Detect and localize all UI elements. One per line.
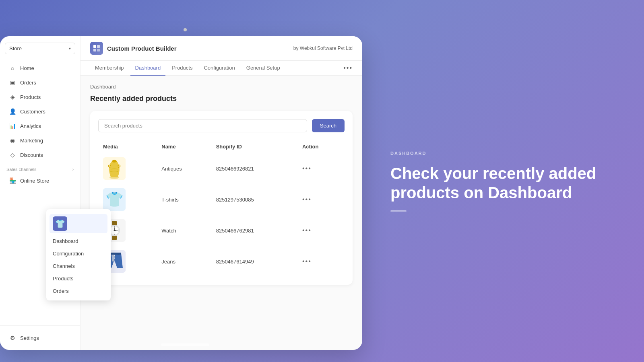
shopify-id-cell-watch: 8250466762981 <box>211 215 297 246</box>
search-button[interactable]: Search <box>312 119 345 132</box>
sub-nav-header: 👕 <box>50 214 107 233</box>
discounts-icon: ◇ <box>9 151 16 158</box>
tab-membership[interactable]: Membership <box>90 61 129 76</box>
main-card-wrapper: Store ▾ ⌂ Home ▣ Orders ◈ Products 👤 <box>0 20 370 350</box>
product-image-tshirts: 👕 <box>103 188 126 211</box>
action-cell-watch: ••• <box>297 215 345 246</box>
table-row: Jeans 8250467614949 ••• <box>98 246 345 277</box>
name-cell-watch: Watch <box>157 215 211 246</box>
nav-home[interactable]: ⌂ Home <box>2 61 78 75</box>
store-label: Store <box>9 45 22 51</box>
dashboard-content: Dashboard Recently added products Search <box>80 76 362 350</box>
nav-products-label: Products <box>20 94 41 100</box>
table-body: Antiques 8250466926821 ••• <box>98 153 345 277</box>
settings-label: Settings <box>20 335 39 341</box>
col-name: Name <box>157 140 211 153</box>
action-cell-tshirts: ••• <box>297 184 345 215</box>
analytics-icon: 📊 <box>9 122 16 130</box>
table-header: Media Name Shopify ID Action <box>98 140 345 153</box>
nav-discounts-label: Discounts <box>20 152 43 158</box>
shopify-id-cell-jeans: 8250467614949 <box>211 246 297 277</box>
products-table-container: Search Media Name Shopify ID Action <box>90 111 353 285</box>
sales-channels-label: Sales channels <box>6 167 37 172</box>
tabs-bar: Membership Dashboard Products Configurat… <box>80 61 362 76</box>
svg-rect-0 <box>93 45 96 48</box>
product-image-antiques <box>103 157 126 180</box>
sub-nav-popup: 👕 Dashboard Configuration Channels Produ… <box>46 209 111 300</box>
name-cell-antiques: Antiques <box>157 153 211 184</box>
nav-discounts[interactable]: ◇ Discounts <box>2 148 78 162</box>
sub-nav-products[interactable]: Products <box>46 272 111 285</box>
action-dots-watch[interactable]: ••• <box>302 227 312 234</box>
action-dots-tshirts[interactable]: ••• <box>302 196 312 203</box>
right-content: DASHBOARD Check your recently added prod… <box>390 151 624 212</box>
main-card: Store ▾ ⌂ Home ▣ Orders ◈ Products 👤 <box>0 36 362 350</box>
online-store-label: Online Store <box>20 178 49 184</box>
svg-point-5 <box>112 160 117 162</box>
action-dots-antiques[interactable]: ••• <box>302 165 312 172</box>
main-content: Custom Product Builder by Webkul Softwar… <box>80 36 362 350</box>
sidebar-bottom: ⚙ Settings <box>0 325 80 350</box>
nav-home-label: Home <box>20 65 34 71</box>
app-logo <box>90 42 103 55</box>
right-label: DASHBOARD <box>390 151 624 156</box>
nav-orders[interactable]: ▣ Orders <box>2 76 78 89</box>
right-divider <box>390 210 407 212</box>
nav-analytics[interactable]: 📊 Analytics <box>2 119 78 133</box>
marketing-icon: ◉ <box>9 137 16 144</box>
tab-general-setup[interactable]: General Setup <box>242 61 285 76</box>
customers-icon: 👤 <box>9 108 16 115</box>
store-icon: 🏪 <box>9 177 16 184</box>
svg-point-17 <box>114 230 115 231</box>
app-title: Custom Product Builder <box>90 42 177 55</box>
svg-rect-20 <box>118 253 119 255</box>
svg-rect-3 <box>97 49 100 51</box>
svg-rect-1 <box>97 45 100 48</box>
svg-rect-2 <box>93 49 96 51</box>
shopify-id-cell-tshirts: 8251297530085 <box>211 184 297 215</box>
search-bar: Search <box>98 119 345 132</box>
tab-configuration[interactable]: Configuration <box>199 61 239 76</box>
nav-online-store[interactable]: 🏪 Online Store <box>2 174 78 187</box>
nav-customers[interactable]: 👤 Customers <box>2 105 78 118</box>
action-dots-jeans[interactable]: ••• <box>302 258 312 265</box>
action-cell-antiques: ••• <box>297 153 345 184</box>
search-input[interactable] <box>98 119 307 132</box>
sub-nav-dashboard[interactable]: Dashboard <box>46 235 111 247</box>
store-selector[interactable]: Store ▾ <box>5 43 75 54</box>
sub-nav-tshirt-icon: 👕 <box>53 216 67 231</box>
home-icon: ⌂ <box>9 64 16 72</box>
sub-nav-orders[interactable]: Orders <box>46 285 111 297</box>
top-dot <box>184 28 187 31</box>
app-vendor: by Webkul Software Pvt Ltd <box>293 45 353 51</box>
store-chevron: ▾ <box>69 46 71 51</box>
col-media: Media <box>98 140 157 153</box>
section-title: Recently added products <box>90 95 353 103</box>
right-panel: DASHBOARD Check your recently added prod… <box>370 127 644 236</box>
expand-icon[interactable]: › <box>72 167 74 172</box>
nav-orders-label: Orders <box>20 80 36 86</box>
breadcrumb: Dashboard <box>90 84 353 90</box>
tab-dashboard[interactable]: Dashboard <box>130 61 166 76</box>
tabs-more-button[interactable]: ••• <box>343 64 353 72</box>
table-row: Antiques 8250466926821 ••• <box>98 153 345 184</box>
sales-channels-section: Sales channels › <box>0 162 80 173</box>
sub-nav-configuration[interactable]: Configuration <box>46 247 111 260</box>
table-row: Watch 8250466762981 ••• <box>98 215 345 246</box>
nav-settings[interactable]: ⚙ Settings <box>2 331 78 345</box>
media-cell-antiques <box>98 153 157 184</box>
orders-icon: ▣ <box>9 79 16 86</box>
tab-products[interactable]: Products <box>167 61 197 76</box>
col-action: Action <box>297 140 345 153</box>
nav-marketing-label: Marketing <box>20 138 43 144</box>
table-row: 👕 T-shirts 8251297530085 <box>98 184 345 215</box>
sidebar: Store ▾ ⌂ Home ▣ Orders ◈ Products 👤 <box>0 36 80 350</box>
nav-marketing[interactable]: ◉ Marketing <box>2 134 78 147</box>
sub-nav-channels[interactable]: Channels <box>46 260 111 272</box>
bottom-handle <box>161 343 209 346</box>
products-icon: ◈ <box>9 93 16 101</box>
name-cell-jeans: Jeans <box>157 246 211 277</box>
action-cell-jeans: ••• <box>297 246 345 277</box>
nav-products[interactable]: ◈ Products <box>2 90 78 104</box>
nav-customers-label: Customers <box>20 109 45 115</box>
